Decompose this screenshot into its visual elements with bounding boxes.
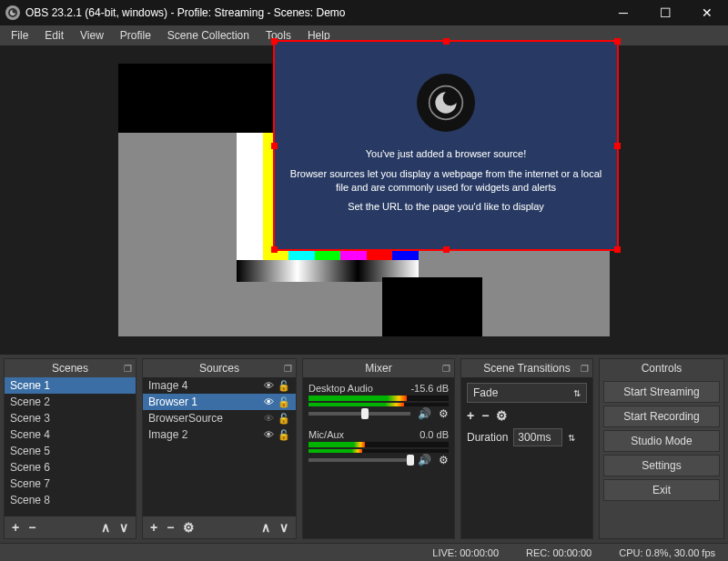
svg-point-1 bbox=[430, 86, 463, 120]
scene-item[interactable]: Scene 6 bbox=[5, 459, 136, 476]
source-item[interactable]: Image 4👁🔓 bbox=[143, 377, 296, 394]
menu-view[interactable]: View bbox=[73, 27, 111, 44]
scene-item[interactable]: Scene 2 bbox=[5, 394, 136, 410]
menu-edit[interactable]: Edit bbox=[37, 27, 71, 44]
window-title: OBS 23.2.1 (64-bit, windows) - Profile: … bbox=[25, 6, 345, 19]
status-live: LIVE: 00:00:00 bbox=[432, 547, 499, 558]
add-transition-button[interactable]: + bbox=[467, 408, 474, 423]
volume-slider[interactable] bbox=[308, 458, 410, 462]
eye-icon[interactable]: 👁 bbox=[264, 396, 274, 407]
sources-title: Sources bbox=[199, 362, 239, 375]
duration-input[interactable]: 300ms bbox=[513, 428, 562, 446]
studio-mode-button[interactable]: Studio Mode bbox=[603, 430, 720, 452]
start-streaming-button[interactable]: Start Streaming bbox=[603, 381, 720, 403]
eye-icon[interactable]: 👁 bbox=[264, 380, 274, 391]
resize-handle-l[interactable] bbox=[271, 143, 278, 149]
scene-item[interactable]: Scene 1 bbox=[5, 377, 136, 394]
controls-title: Controls bbox=[642, 362, 682, 375]
resize-handle-bl[interactable] bbox=[271, 246, 278, 253]
scenes-list[interactable]: Scene 1 Scene 2 Scene 3 Scene 4 Scene 5 … bbox=[5, 377, 136, 516]
source-name: Image 2 bbox=[148, 428, 187, 441]
audio-meter bbox=[308, 403, 449, 406]
add-scene-button[interactable]: + bbox=[10, 520, 21, 535]
move-up-button[interactable]: ∧ bbox=[259, 520, 272, 535]
mixer-title: Mixer bbox=[365, 362, 391, 375]
speaker-icon[interactable]: 🔊 bbox=[418, 454, 431, 466]
detach-icon[interactable]: ❐ bbox=[124, 364, 132, 374]
move-down-button[interactable]: ∨ bbox=[278, 520, 290, 535]
resize-handle-b[interactable] bbox=[443, 246, 450, 253]
remove-source-button[interactable]: − bbox=[165, 520, 176, 535]
controls-panel: Controls Start Streaming Start Recording… bbox=[599, 358, 724, 539]
overlay-line2: Browser sources let you display a webpag… bbox=[288, 167, 604, 195]
scene-item[interactable]: Scene 5 bbox=[5, 443, 136, 459]
menu-profile[interactable]: Profile bbox=[113, 27, 158, 44]
menu-file[interactable]: File bbox=[4, 27, 35, 44]
remove-scene-button[interactable]: − bbox=[26, 520, 37, 535]
preview-area[interactable]: You've just added a browser source! Brow… bbox=[0, 45, 728, 355]
channel-db: 0.0 dB bbox=[420, 429, 449, 440]
source-item[interactable]: Image 2👁🔓 bbox=[143, 426, 296, 443]
volume-slider[interactable] bbox=[308, 412, 410, 416]
scene-item[interactable]: Scene 8 bbox=[5, 492, 136, 508]
scenes-panel: Scenes❐ Scene 1 Scene 2 Scene 3 Scene 4 … bbox=[4, 358, 136, 539]
audio-meter bbox=[308, 449, 449, 453]
lock-icon[interactable]: 🔓 bbox=[278, 380, 290, 392]
transitions-title: Scene Transitions bbox=[483, 362, 570, 375]
settings-button[interactable]: Settings bbox=[603, 455, 720, 476]
speaker-icon[interactable]: 🔊 bbox=[418, 407, 431, 420]
channel-name: Mic/Aux bbox=[308, 429, 344, 440]
eye-icon[interactable]: 👁 bbox=[264, 429, 274, 440]
source-item[interactable]: BrowserSource👁🔓 bbox=[143, 410, 296, 426]
lock-icon[interactable]: 🔓 bbox=[278, 413, 290, 425]
channel-db: -15.6 dB bbox=[410, 383, 449, 394]
exit-button[interactable]: Exit bbox=[603, 479, 720, 501]
resize-handle-br[interactable] bbox=[614, 246, 621, 253]
source-name: BrowserSource bbox=[148, 412, 223, 425]
duration-label: Duration bbox=[467, 431, 508, 444]
audio-meter bbox=[308, 396, 449, 401]
scenes-title: Scenes bbox=[52, 362, 88, 375]
remove-transition-button[interactable]: − bbox=[481, 408, 489, 423]
source-item[interactable]: Browser 1👁🔓 bbox=[143, 394, 296, 410]
browser-source-selected[interactable]: You've just added a browser source! Brow… bbox=[273, 40, 619, 251]
close-button[interactable]: ✕ bbox=[686, 0, 728, 25]
app-logo bbox=[5, 5, 20, 20]
scene-item[interactable]: Scene 4 bbox=[5, 426, 136, 443]
gear-icon[interactable]: ⚙ bbox=[439, 407, 449, 420]
transition-settings-button[interactable]: ⚙ bbox=[496, 408, 508, 423]
updown-icon[interactable]: ⇅ bbox=[568, 433, 575, 443]
scene-item[interactable]: Scene 7 bbox=[5, 476, 136, 492]
audio-meter bbox=[308, 442, 449, 447]
sources-list[interactable]: Image 4👁🔓 Browser 1👁🔓 BrowserSource👁🔓 Im… bbox=[143, 377, 296, 516]
status-bar: LIVE: 00:00:00 REC: 00:00:00 CPU: 0.8%, … bbox=[0, 543, 728, 561]
move-down-button[interactable]: ∨ bbox=[117, 520, 130, 535]
transition-select[interactable]: Fade⇅ bbox=[467, 383, 587, 403]
resize-handle-tl[interactable] bbox=[271, 38, 278, 45]
detach-icon[interactable]: ❐ bbox=[581, 364, 589, 374]
status-rec: REC: 00:00:00 bbox=[526, 547, 592, 558]
resize-handle-r[interactable] bbox=[614, 143, 621, 149]
minimize-button[interactable]: ─ bbox=[602, 0, 644, 25]
lock-icon[interactable]: 🔓 bbox=[278, 429, 290, 441]
resize-handle-tr[interactable] bbox=[614, 38, 621, 45]
lock-icon[interactable]: 🔓 bbox=[278, 396, 290, 408]
menu-scene-collection[interactable]: Scene Collection bbox=[160, 27, 257, 44]
gear-icon[interactable]: ⚙ bbox=[439, 454, 449, 466]
move-up-button[interactable]: ∧ bbox=[99, 520, 112, 535]
detach-icon[interactable]: ❐ bbox=[284, 364, 292, 374]
scene-item[interactable]: Scene 3 bbox=[5, 410, 136, 426]
source-name: Browser 1 bbox=[148, 396, 197, 408]
maximize-button[interactable]: ☐ bbox=[644, 0, 686, 25]
status-cpu: CPU: 0.8%, 30.00 fps bbox=[619, 547, 715, 558]
start-recording-button[interactable]: Start Recording bbox=[603, 406, 720, 427]
transition-value: Fade bbox=[473, 386, 498, 399]
eye-off-icon[interactable]: 👁 bbox=[264, 413, 274, 424]
detach-icon[interactable]: ❐ bbox=[442, 364, 450, 374]
add-source-button[interactable]: + bbox=[148, 520, 159, 535]
source-settings-button[interactable]: ⚙ bbox=[181, 520, 197, 535]
updown-icon: ⇅ bbox=[573, 388, 581, 398]
mixer-channel: Desktop Audio-15.6 dB 🔊 ⚙ bbox=[308, 383, 449, 420]
resize-handle-t[interactable] bbox=[443, 38, 450, 45]
overlay-line1: You've just added a browser source! bbox=[366, 147, 527, 161]
